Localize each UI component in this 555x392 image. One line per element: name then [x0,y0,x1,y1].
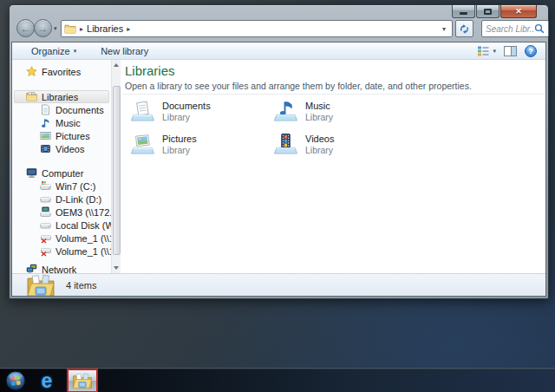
forward-button[interactable]: → [34,19,52,37]
library-type: Library [305,112,333,122]
new-library-label: New library [101,46,148,56]
system-drive-icon [40,180,51,192]
library-item-text: Documents Library [162,99,211,122]
toolbar-right-group: ▾ ? [477,45,537,57]
help-icon: ? [528,47,533,56]
sidebar-label: Pictures [56,131,90,141]
scroll-up-button[interactable] [112,60,121,70]
back-button[interactable]: ← [16,19,35,37]
sidebar-label: OEM3 (\\172.17.1 [56,207,111,218]
views-icon [477,45,489,56]
change-view-button[interactable]: ▾ [477,45,496,56]
desktop: ✕ ← → ▾ ▸ Libraries ▸ ▾ [0,0,555,392]
preview-pane-button[interactable] [504,46,517,56]
music-library-icon [274,99,297,122]
breadcrumb-arrow-icon: ▸ [80,25,83,33]
library-item-videos[interactable]: Videos Library [274,132,334,155]
sidebar-item-libraries[interactable]: Libraries [14,90,109,103]
sidebar-item-videos[interactable]: Videos [12,142,111,155]
maximize-button[interactable] [476,5,500,18]
library-item-pictures[interactable]: Pictures Library [131,132,197,155]
sidebar-label: Volume_1 (\\192. [56,233,111,244]
sidebar-item-dlink-d[interactable]: D-Link (D:) [12,193,111,206]
disconnected-drive-icon [40,245,51,257]
sidebar-item-win7-c[interactable]: Win7 (C:) [12,180,111,193]
sidebar-scrollbar[interactable] [111,60,121,273]
sidebar-label: Favorites [42,67,81,77]
sidebar-item-volume1-a[interactable]: Volume_1 (\\192. [12,232,111,245]
recent-pages-dropdown[interactable]: ▾ [54,25,57,32]
sidebar-label: Local Disk (W:) [56,220,111,231]
sidebar-label: Win7 (C:) [56,181,95,192]
disconnected-drive-icon [40,232,51,244]
libraries-large-icon [26,274,56,297]
address-bar[interactable]: ▸ Libraries ▸ ▾ [61,20,453,37]
sidebar-label: Music [56,118,81,128]
taskbar-windows-explorer-button[interactable] [67,369,98,392]
caption-buttons: ✕ [452,5,537,18]
page-title: Libraries [125,63,175,78]
library-name: Videos [305,132,334,144]
windows-start-icon [5,370,26,391]
close-button[interactable]: ✕ [500,5,537,18]
library-type: Library [162,145,197,155]
sidebar-label: Videos [56,144,84,154]
start-button[interactable] [5,370,26,391]
libraries-folder-icon [26,91,37,102]
library-name: Documents [162,99,211,111]
organize-dropdown-icon: ▾ [74,48,77,55]
sidebar-item-oem3[interactable]: OEM3 (\\172.17.1 [12,206,111,219]
taskbar-internet-explorer-button[interactable]: e [35,369,59,392]
sidebar-label: Computer [42,168,83,179]
library-type: Library [305,145,334,155]
new-library-button[interactable]: New library [101,46,148,56]
sidebar-label: D-Link (D:) [56,194,101,205]
library-name: Pictures [162,132,197,144]
sidebar-item-pictures[interactable]: Pictures [12,129,111,142]
computer-icon [26,167,37,179]
internet-explorer-icon: e [42,371,53,391]
help-button[interactable]: ? [525,45,537,57]
organize-button[interactable]: Organize ▾ [31,46,76,56]
videos-library-icon [274,132,297,155]
window-client-area: Organize ▾ New library ▾ [11,42,546,297]
scroll-down-button[interactable] [112,263,121,273]
library-type: Library [162,112,211,122]
back-arrow-icon: ← [21,23,31,35]
minimize-button[interactable] [452,5,475,18]
sidebar-item-documents[interactable]: Documents [12,103,111,116]
folder-explorer-icon [72,372,93,389]
window-body: Favorites Libraries [12,60,545,273]
explorer-window: ✕ ← → ▾ ▸ Libraries ▸ ▾ [9,4,549,299]
search-input[interactable]: Search Libr... [481,20,549,37]
header-divider [122,94,544,95]
refresh-button[interactable] [455,20,473,37]
organize-label: Organize [31,46,70,56]
forward-arrow-icon: → [38,23,49,35]
taskbar: e [0,368,555,392]
sidebar-item-volume1-b[interactable]: Volume_1 (\\192. [12,245,111,258]
network-drive-icon [40,206,51,218]
breadcrumb-arrow-icon[interactable]: ▸ [127,25,130,33]
page-description: Open a library to see your files and arr… [125,81,472,91]
breadcrumb-location[interactable]: Libraries [87,23,123,34]
sidebar-item-favorites[interactable]: Favorites [12,65,111,78]
sidebar-item-music[interactable]: Music [12,116,111,129]
sidebar-label: Network [42,265,76,274]
music-note-icon [40,117,51,128]
scrollbar-thumb[interactable] [113,86,121,255]
library-item-documents[interactable]: Documents Library [131,99,211,122]
library-name: Music [305,99,333,111]
sidebar-label: Documents [56,105,104,115]
address-dropdown-icon[interactable]: ▾ [439,25,449,33]
pictures-library-icon [131,132,154,155]
sidebar-item-local-disk-w[interactable]: Local Disk (W:) [12,219,111,232]
sidebar-item-computer[interactable]: Computer [12,167,111,180]
preview-pane-icon [504,46,517,56]
star-icon [26,66,37,77]
library-item-music[interactable]: Music Library [274,99,333,122]
library-item-text: Videos Library [305,132,334,155]
drive-icon [40,219,51,231]
sidebar-item-network[interactable]: Network [12,263,111,273]
views-dropdown-icon: ▾ [493,48,496,55]
